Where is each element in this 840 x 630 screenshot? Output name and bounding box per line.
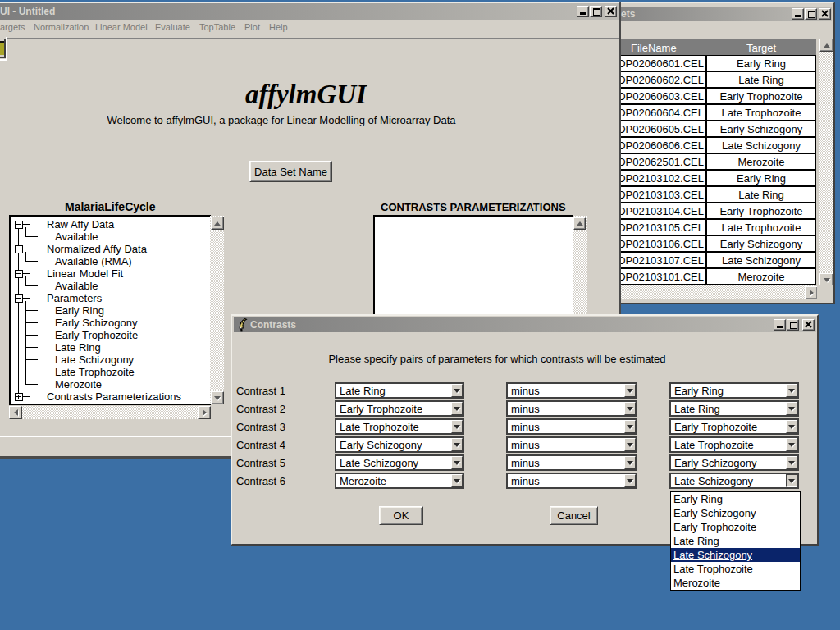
svg-text:Early Trophozoite: Early Trophozoite xyxy=(55,329,138,341)
svg-text:Early Schizogony: Early Schizogony xyxy=(55,317,138,329)
svg-text:Late Ring: Late Ring xyxy=(55,341,101,354)
svg-text:Available (RMA): Available (RMA) xyxy=(55,255,132,267)
svg-text:Available: Available xyxy=(55,231,98,243)
svg-text:Contrasts Parameterizations: Contrasts Parameterizations xyxy=(47,390,182,403)
svg-text:Available: Available xyxy=(55,280,98,292)
svg-text:Normalized Affy Data: Normalized Affy Data xyxy=(47,243,148,255)
svg-text:Parameters: Parameters xyxy=(47,292,103,304)
svg-text:Raw Affy Data: Raw Affy Data xyxy=(47,218,115,231)
svg-text:Linear Model Fit: Linear Model Fit xyxy=(47,267,124,280)
svg-text:Late Schizogony: Late Schizogony xyxy=(55,354,135,366)
svg-text:Early Ring: Early Ring xyxy=(55,304,104,317)
svg-text:Late Trophozoite: Late Trophozoite xyxy=(55,366,135,378)
svg-text:Merozoite: Merozoite xyxy=(55,378,102,390)
